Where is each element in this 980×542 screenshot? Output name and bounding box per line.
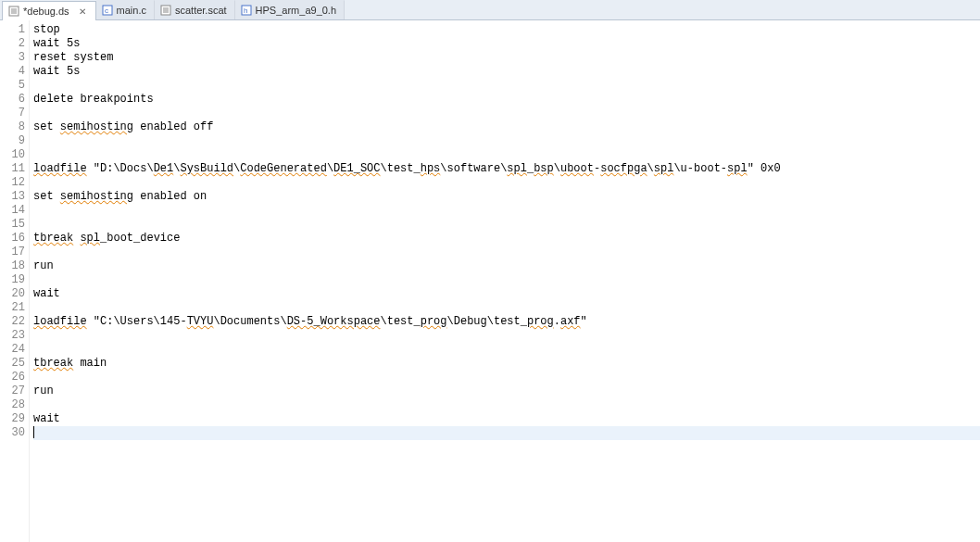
line-number: 17 [0,246,25,259]
code-line[interactable] [33,301,980,315]
line-number: 15 [0,218,25,232]
line-number: 10 [0,148,25,162]
line-number: 26 [0,371,25,384]
line-number: 3 [0,51,25,65]
code-line[interactable]: loadfile "D:\Docs\De1\SysBuild\CodeGener… [33,162,980,176]
line-number: 21 [0,301,25,315]
line-number: 19 [0,273,25,287]
line-number: 12 [0,176,25,190]
line-number: 1 [0,23,25,37]
code-line[interactable] [33,218,980,232]
line-number: 6 [0,93,25,107]
code-line[interactable]: set semihosting enabled on [33,190,980,204]
code-line[interactable] [33,204,980,218]
close-icon[interactable]: ✕ [77,6,88,17]
code-line[interactable]: run [33,259,980,273]
editor-area: 1234567891011121314151617181920212223242… [0,20,980,542]
code-line[interactable]: wait 5s [33,65,980,79]
code-content[interactable]: stopwait 5sreset systemwait 5sdelete bre… [30,20,980,542]
line-number: 22 [0,315,25,329]
line-number: 13 [0,190,25,204]
file-text-icon [160,5,171,16]
line-number: 11 [0,162,25,176]
line-number: 30 [0,426,25,440]
code-line[interactable]: run [33,384,980,398]
code-line[interactable] [33,176,980,190]
line-gutter: 1234567891011121314151617181920212223242… [0,20,30,542]
line-number: 4 [0,65,25,79]
code-line[interactable]: stop [33,23,980,37]
line-number: 8 [0,120,25,134]
text-cursor [33,426,34,438]
line-number: 5 [0,79,25,93]
line-number: 28 [0,398,25,412]
code-line[interactable]: wait 5s [33,37,980,51]
line-number: 14 [0,204,25,218]
code-line[interactable] [33,371,980,384]
code-line[interactable]: wait [33,412,980,426]
tab-HPS-arm-a9-0-h[interactable]: hHPS_arm_a9_0.h [235,0,345,19]
code-line[interactable] [33,343,980,357]
code-line[interactable] [33,134,980,148]
code-line[interactable] [33,398,980,412]
code-line[interactable]: tbreak spl_boot_device [33,232,980,246]
line-number: 2 [0,37,25,51]
tab-main-c[interactable]: cmain.c [96,0,155,19]
code-line[interactable] [33,329,980,343]
svg-text:c: c [105,6,108,15]
code-line[interactable] [33,246,980,259]
code-line[interactable]: tbreak main [33,357,980,371]
line-number: 18 [0,259,25,273]
line-number: 27 [0,384,25,398]
code-line[interactable] [33,107,980,120]
code-line[interactable]: wait [33,287,980,301]
h-file-icon: h [241,5,252,16]
tab-label: HPS_arm_a9_0.h [256,5,336,16]
code-line[interactable] [33,79,980,93]
code-line[interactable]: delete breakpoints [33,93,980,107]
tab--debug-ds[interactable]: *debug.ds✕ [2,1,96,20]
line-number: 29 [0,412,25,426]
tab-scatter-scat[interactable]: scatter.scat [155,0,235,19]
svg-text:h: h [244,6,247,15]
tab-label: *debug.ds [23,6,69,17]
file-text-icon [8,6,19,17]
code-line[interactable] [33,148,980,162]
line-number: 7 [0,107,25,120]
code-line[interactable] [33,273,980,287]
line-number: 25 [0,357,25,371]
code-line[interactable]: loadfile "C:\Users\145-TVYU\Documents\DS… [33,315,980,329]
line-number: 16 [0,232,25,246]
tab-label: main.c [117,5,146,16]
tab-label: scatter.scat [175,5,227,16]
code-line[interactable]: reset system [33,51,980,65]
line-number: 23 [0,329,25,343]
line-number: 24 [0,343,25,357]
c-file-icon: c [102,5,113,16]
line-number: 9 [0,134,25,148]
code-line[interactable]: set semihosting enabled off [33,120,980,134]
code-line[interactable] [33,426,980,440]
line-number: 20 [0,287,25,301]
tab-bar: *debug.ds✕cmain.cscatter.scathHPS_arm_a9… [0,0,980,20]
